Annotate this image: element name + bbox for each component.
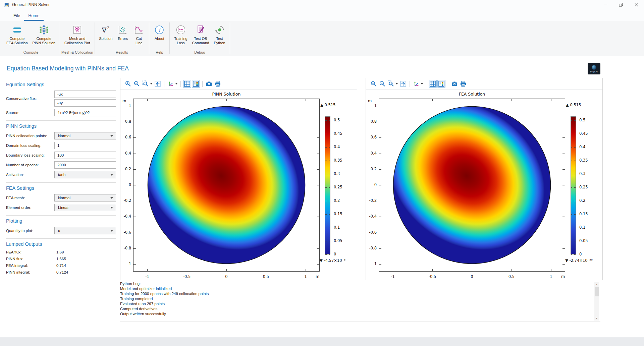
domain-loss-scaling-input[interactable] [54, 142, 116, 149]
axes-orientation-button[interactable] [167, 80, 175, 88]
colorbar-tick-label: 0.05 [579, 238, 594, 243]
section-title: PINN Settings [6, 123, 116, 129]
print-button[interactable] [459, 80, 467, 88]
activation-select[interactable]: tanh [54, 171, 116, 178]
colorbar-max-label: ▲ 0.515 [566, 103, 581, 107]
about-button[interactable]: i About [151, 23, 167, 42]
toolbar-separator [426, 81, 426, 87]
mesh-collocation-plot-button[interactable]: Mesh andCollocation Plot [62, 23, 92, 46]
colorbar-tick-label: 0.2 [334, 198, 348, 203]
chevron-down-icon[interactable] [421, 83, 423, 84]
restore-button[interactable] [613, 0, 629, 9]
errors-button[interactable]: Errors [115, 23, 131, 42]
fea-mesh-select[interactable]: Normal [54, 194, 116, 201]
zoom-out-button[interactable] [133, 80, 141, 88]
axis-tick [317, 248, 319, 249]
zoom-extents-button[interactable] [154, 80, 162, 88]
y-tick-label: -0.8 [365, 246, 377, 251]
settings-row: Quantity to plot: u [6, 227, 116, 234]
equation-settings-section: Equation Settings Conservative flux: Sou… [6, 79, 116, 116]
colorbar-tick-label: 0.45 [579, 131, 594, 136]
log-line: Evaluated u on 297 points [120, 301, 600, 306]
boundary-loss-scaling-input[interactable] [54, 152, 116, 159]
pinn-collocation-points-select[interactable]: Normal [54, 132, 116, 139]
fea-plot-panel: FEA Solution m m ▲ 0.515 ▼ -2.74×10⁻²⁰ -… [366, 78, 603, 280]
zoom-extents-button[interactable] [399, 80, 407, 88]
colorbar-tick-label: 0.15 [579, 212, 594, 217]
y-tick-label: 0 [365, 182, 377, 187]
zoom-in-button[interactable] [124, 80, 132, 88]
axes-orientation-icon [167, 80, 174, 87]
colorbar-tick [329, 134, 330, 134]
axis-tick [266, 99, 266, 101]
zoom-out-button[interactable] [378, 80, 386, 88]
colorbar [571, 116, 576, 254]
tab-file[interactable]: File [9, 11, 24, 21]
settings-row: PINN collocation points: Normal [6, 132, 116, 139]
snapshot-button[interactable] [450, 80, 459, 88]
axis-tick [317, 106, 319, 106]
minimize-icon [604, 3, 607, 7]
scroll-up-arrow[interactable]: ▲ [594, 282, 599, 287]
snapshot-button[interactable] [205, 80, 213, 88]
test-python-button[interactable]: TestPython [211, 23, 227, 46]
source-input[interactable] [54, 109, 116, 116]
colorbar-tick-label: 0.4 [334, 145, 348, 150]
axis-tick [562, 137, 565, 138]
zoom-box-button[interactable] [142, 80, 150, 88]
compute-fea-solution-button[interactable]: ComputeFEA Solution [4, 23, 30, 46]
axis-tick [226, 99, 227, 101]
grid-toggle-button[interactable] [429, 80, 437, 88]
chevron-down-icon[interactable] [396, 83, 398, 84]
test-os-command-button[interactable]: Test OSCommand [190, 23, 212, 46]
chevron-down-icon[interactable] [150, 83, 152, 84]
conservative-flux-x-input[interactable] [54, 91, 116, 98]
log-scrollbar[interactable]: ▲ ▼ [594, 282, 599, 321]
scroll-down-arrow[interactable]: ▼ [594, 316, 599, 321]
colorbar [325, 116, 330, 254]
python-log[interactable]: Python Log: Model and optimizer initiali… [120, 282, 600, 322]
y-tick-label: -0.8 [120, 246, 131, 251]
button-label: ComputePiNN Solution [33, 37, 55, 45]
zoom-in-button[interactable] [370, 80, 378, 88]
quantity-to-plot-select[interactable]: u [54, 227, 116, 234]
conservative-flux-y-input[interactable] [54, 99, 116, 107]
number-of-epochs-input[interactable] [54, 161, 116, 169]
minimize-button[interactable] [598, 0, 613, 9]
close-button[interactable] [629, 0, 644, 9]
axes-orientation-button[interactable] [412, 80, 420, 88]
axis-tick [562, 217, 565, 217]
compute-pinn-solution-button[interactable]: ComputePiNN Solution [30, 23, 58, 46]
tab-home[interactable]: Home [24, 11, 43, 21]
chevron-down-icon [110, 135, 113, 137]
toolbar-separator [202, 81, 203, 87]
solution-button[interactable]: ∇2 Solution [97, 23, 115, 42]
colorbar-min-label: ▼ -4.57×10⁻³ [320, 258, 345, 263]
fea-plot-canvas[interactable]: FEA Solution m m ▲ 0.515 ▼ -2.74×10⁻²⁰ -… [366, 90, 602, 281]
zoom-box-button[interactable] [387, 80, 395, 88]
button-label: Test OSCommand [192, 37, 209, 45]
colorbar-tick [574, 254, 576, 255]
grid-toggle-button[interactable] [183, 80, 191, 88]
axis-tick [432, 99, 433, 101]
pinn-plot-canvas[interactable]: PINN Solution m m ▲ 0.515 ▼ -4.57×10⁻³ -… [120, 90, 357, 281]
chevron-down-icon [110, 230, 113, 232]
axis-tick [512, 99, 512, 101]
chevron-down-icon[interactable] [175, 83, 177, 84]
ribbon-group-label: Mesh & Collocation [60, 50, 94, 56]
cut-line-button[interactable]: CutLine [131, 23, 147, 46]
scrollbar-thumb[interactable] [595, 287, 599, 296]
training-loss-button[interactable]: TrainingLoss [172, 23, 190, 46]
colorbar-toggle-button[interactable] [192, 80, 200, 88]
pinn-plot-panel: PINN Solution m m ▲ 0.515 ▼ -4.57×10⁻³ -… [120, 78, 357, 280]
axis-tick [562, 169, 565, 170]
y-tick-label: 0.2 [120, 167, 131, 172]
element-order-select[interactable]: Linear [54, 204, 116, 211]
plotting-section: Plotting Quantity to plot: u [6, 215, 116, 234]
log-line: Computed derivatives [120, 306, 600, 311]
output-row: PINN integral:0.7124 [6, 270, 116, 274]
page-title: Equation Based Modeling with PINNs and F… [7, 65, 129, 72]
colorbar-toggle-button[interactable] [437, 80, 445, 88]
axis-tick [317, 264, 319, 265]
print-button[interactable] [214, 80, 222, 88]
